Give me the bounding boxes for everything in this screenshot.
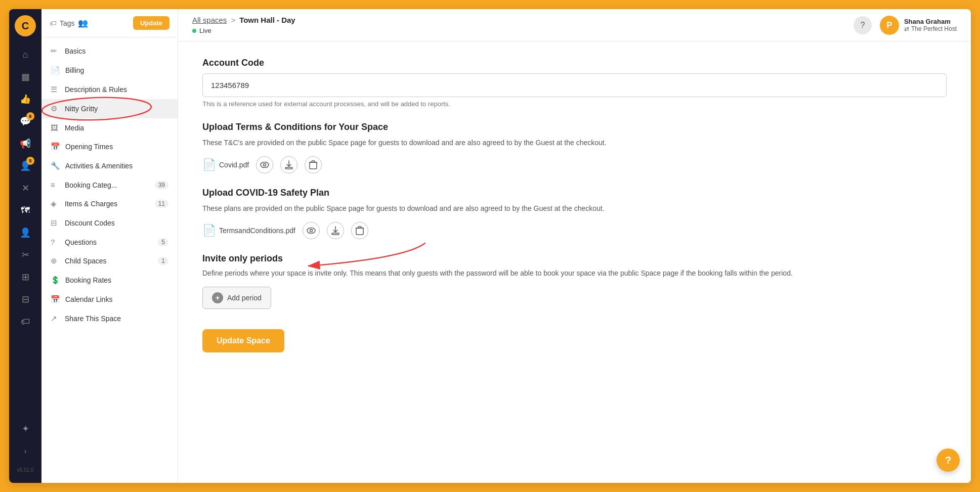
status-text: Live [199, 27, 211, 34]
sidebar-item-discount-codes[interactable]: ⊟ Discount Codes [41, 213, 178, 233]
status-dot-live [192, 29, 196, 33]
nitty-gritty-label: Nitty Gritty [65, 105, 168, 113]
description-icon: ☰ [51, 85, 60, 94]
account-code-label: Account Code [202, 58, 947, 68]
account-code-hint: This is a reference used for external ac… [202, 100, 947, 108]
nav-icon-map[interactable]: 🗺 [15, 200, 35, 220]
sidebar-item-booking-categ[interactable]: ≡ Booking Categ... 39 [41, 175, 178, 194]
nav-icon-users[interactable]: 👤 5 [15, 156, 35, 176]
svg-point-6 [310, 230, 312, 232]
basics-label: Basics [65, 47, 168, 55]
nav-icon-cancel[interactable]: ✕ [15, 178, 35, 198]
booking-rates-icon: 💲 [51, 276, 60, 285]
sidebar-item-nitty-gritty[interactable]: ⚙ Nitty Gritty [41, 99, 178, 118]
tag-icon: 🏷 [50, 19, 57, 27]
svg-rect-3 [285, 167, 292, 169]
top-right: ? P Shana Graham ⇄ The Perfect Host [854, 16, 957, 35]
tags-label: Tags [60, 19, 75, 27]
covid-section-desc: These plans are provided on the public S… [202, 203, 947, 214]
calendar-links-label: Calendar Links [65, 295, 168, 303]
plus-circle-icon: + [212, 292, 223, 303]
covid-file-row: 📄 TermsandConditions.pdf [202, 222, 947, 239]
user-profile[interactable]: P Shana Graham ⇄ The Perfect Host [880, 16, 957, 35]
terms-section-desc: These T&C's are provided on the public S… [202, 138, 947, 148]
user-role: ⇄ The Perfect Host [904, 25, 957, 32]
account-code-input[interactable] [202, 73, 947, 97]
sidebar: 🏷 Tags 👥 Update ✏ Basics 📄 Billing ☰ Des… [41, 9, 178, 483]
breadcrumb-separator: > [231, 16, 235, 24]
media-label: Media [65, 124, 168, 132]
items-charges-label: Items & Charges [65, 200, 150, 208]
breadcrumb-col: All spaces > Town Hall - Day Live [192, 16, 295, 34]
terms-delete-btn[interactable] [305, 156, 322, 173]
help-fab[interactable]: ? [936, 449, 960, 472]
media-icon: 🖼 [51, 123, 60, 132]
main-content-wrapper: All spaces > Town Hall - Day Live ? P Sh [178, 9, 971, 483]
nav-icon-thumbsup[interactable]: 👍 [15, 89, 35, 109]
nav-icon-tools[interactable]: ✂ [15, 245, 35, 265]
calendar-links-icon: 📅 [51, 295, 60, 304]
sidebar-item-basics[interactable]: ✏ Basics [41, 41, 178, 61]
questions-label: Questions [65, 238, 153, 246]
opening-times-label: Opening Times [65, 143, 168, 151]
nav-icon-calendar[interactable]: ▦ [15, 67, 35, 87]
covid-delete-btn[interactable] [351, 222, 368, 239]
nav-icon-tag[interactable]: 🏷 [15, 311, 35, 332]
child-spaces-icon: ⊕ [51, 256, 60, 265]
sidebar-item-opening-times[interactable]: 📅 Opening Times [41, 137, 178, 156]
covid-view-btn[interactable] [303, 222, 320, 239]
nav-icon-chat[interactable]: 💬 6 [15, 111, 35, 131]
sidebar-menu: ✏ Basics 📄 Billing ☰ Description & Rules… [41, 37, 178, 332]
help-button[interactable]: ? [854, 16, 872, 34]
terms-download-btn[interactable] [280, 156, 297, 173]
items-charges-count: 11 [155, 200, 168, 208]
add-period-label: Add period [227, 294, 262, 302]
nav-icon-megaphone[interactable]: 📢 [15, 133, 35, 154]
sidebar-item-child-spaces[interactable]: ⊕ Child Spaces 1 [41, 251, 178, 271]
sidebar-item-items-charges[interactable]: ◈ Items & Charges 11 [41, 194, 178, 213]
chat-badge: 6 [26, 112, 34, 120]
booking-categ-label: Booking Categ... [65, 181, 150, 189]
sidebar-item-activities[interactable]: 🔧 Activities & Amenities [41, 156, 178, 175]
nav-icon-person[interactable]: 👤 [15, 222, 35, 243]
nav-icon-grid[interactable]: ⊟ [15, 289, 35, 309]
nav-icon-home[interactable]: ⌂ [15, 44, 35, 65]
user-info: Shana Graham ⇄ The Perfect Host [904, 18, 957, 32]
sidebar-item-calendar-links[interactable]: 📅 Calendar Links [41, 290, 178, 309]
update-space-button[interactable]: Update Space [202, 329, 284, 352]
invite-desc: Define periods where your space is invit… [202, 268, 947, 279]
people-icon: 👥 [78, 18, 88, 28]
breadcrumb-link[interactable]: All spaces [192, 16, 227, 24]
sidebar-item-questions[interactable]: ? Questions 5 [41, 233, 178, 251]
child-spaces-count: 1 [158, 257, 168, 265]
app-version: v5.51.0 [17, 463, 34, 477]
nav-icon-layers[interactable]: ⊞ [15, 267, 35, 287]
booking-categ-icon: ≡ [51, 181, 60, 189]
add-period-button[interactable]: + Add period [202, 287, 271, 309]
questions-icon: ? [51, 238, 60, 246]
description-label: Description & Rules [65, 85, 168, 94]
terms-section-title: Upload Terms & Conditions for Your Space [202, 122, 947, 132]
sidebar-item-booking-rates[interactable]: 💲 Booking Rates [41, 271, 178, 290]
nav-icon-expand[interactable]: › [15, 441, 35, 461]
sidebar-item-description[interactable]: ☰ Description & Rules [41, 80, 178, 99]
shuffle-icon: ⇄ [904, 25, 909, 32]
questions-count: 5 [158, 238, 168, 246]
invite-title: Invite only periods [202, 253, 947, 264]
sidebar-item-share-space[interactable]: ↗ Share This Space [41, 309, 178, 328]
nav-icon-sun[interactable]: ✦ [15, 419, 35, 439]
discount-codes-icon: ⊟ [51, 218, 60, 228]
svg-rect-8 [356, 228, 363, 235]
sidebar-item-media[interactable]: 🖼 Media [41, 118, 178, 137]
update-button[interactable]: Update [133, 16, 169, 30]
terms-view-btn[interactable] [256, 156, 273, 173]
covid-download-btn[interactable] [327, 222, 344, 239]
covid-section: Upload COVID-19 Safety Plan These plans … [202, 188, 947, 239]
app-logo[interactable]: C [15, 15, 36, 36]
svg-point-2 [264, 164, 266, 166]
account-code-section: Account Code This is a reference used fo… [202, 58, 947, 108]
billing-icon: 📄 [51, 66, 60, 75]
avatar: P [880, 16, 899, 35]
terms-file-row: 📄 Covid.pdf [202, 156, 947, 173]
sidebar-item-billing[interactable]: 📄 Billing [41, 61, 178, 80]
